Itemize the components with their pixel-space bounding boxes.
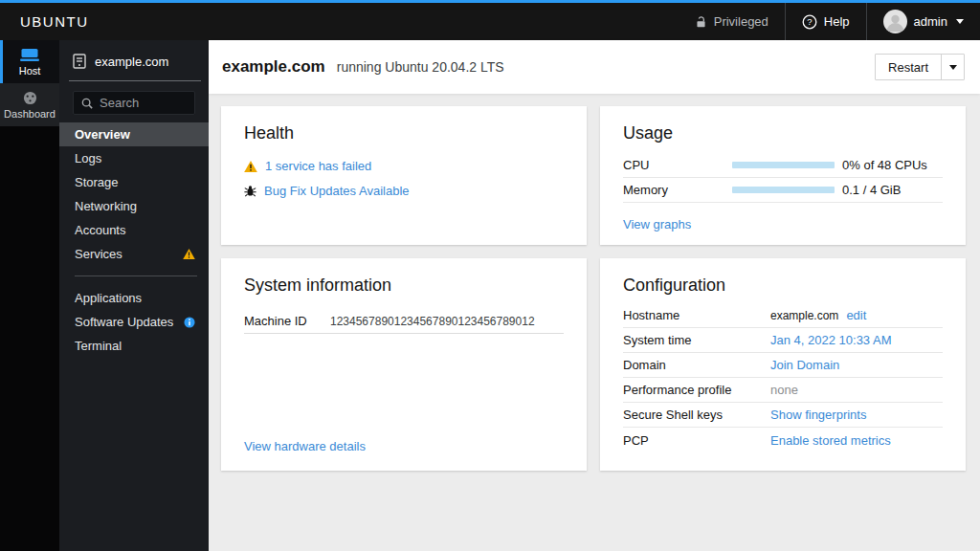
failed-service-link[interactable]: 1 service has failed [265, 159, 371, 173]
rail-item-host[interactable]: Host [0, 40, 59, 83]
usage-card: Usage CPU 0% of 48 CPUs Memory 0.1 / 4 G… [600, 106, 966, 245]
view-graphs-link[interactable]: View graphs [623, 217, 691, 231]
nav-label: Networking [75, 199, 137, 213]
hostname-value: example.com [770, 309, 838, 322]
host-switcher[interactable]: example.com [59, 40, 209, 80]
overview-content: Health 1 service has failed Bug Fix Upda… [209, 94, 980, 471]
nav-label: Software Updates [75, 315, 173, 329]
brand-logo: UBUNTU [0, 13, 89, 30]
nav-section-divider [75, 276, 197, 276]
health-list: 1 service has failed Bug Fix Updates Ava… [244, 159, 564, 198]
sidebar-item-storage[interactable]: Storage [59, 170, 209, 194]
row-label: System time [623, 333, 770, 347]
usage-value: 0% of 48 CPUs [842, 158, 927, 172]
privileged-indicator: Privileged [679, 3, 785, 40]
usage-label: CPU [623, 158, 732, 172]
sidebar-item-networking[interactable]: Networking [59, 194, 209, 218]
view-hardware-details-link[interactable]: View hardware details [244, 439, 366, 453]
row-label: Hostname [623, 308, 770, 322]
help-menu[interactable]: ? Help [785, 3, 866, 40]
chevron-down-icon [956, 19, 964, 24]
health-card: Health 1 service has failed Bug Fix Upda… [221, 106, 587, 245]
main-area: example.com running Ubuntu 20.04.2 LTS R… [209, 40, 980, 551]
usage-table: CPU 0% of 48 CPUs Memory 0.1 / 4 GiB [623, 153, 943, 203]
server-icon [20, 48, 39, 62]
configuration-table: Hostname example.com edit System time Ja… [623, 303, 943, 452]
nav-label: Services [75, 247, 122, 261]
cockpit-app: UBUNTU Privileged ? Help admin [0, 0, 980, 551]
bug-icon [244, 185, 256, 197]
sidebar-item-accounts[interactable]: Accounts [59, 218, 209, 242]
row-label: Secure Shell keys [623, 408, 770, 422]
page-header: example.com running Ubuntu 20.04.2 LTS R… [209, 40, 980, 94]
health-item-bug-fix: Bug Fix Updates Available [244, 184, 564, 198]
gauge-icon [22, 91, 38, 105]
row-label: Domain [623, 358, 770, 372]
user-menu[interactable]: admin [866, 3, 980, 40]
performance-profile-row: Performance profile none [623, 378, 943, 403]
system-time-link[interactable]: Jan 4, 2022 10:33 AM [770, 333, 891, 347]
machine-id-label: Machine ID [244, 314, 330, 328]
search-input[interactable] [100, 96, 187, 110]
restart-dropdown-toggle[interactable] [941, 55, 964, 79]
system-info-table: Machine ID 12345678901234567890123456789… [244, 309, 564, 334]
card-title: System information [244, 276, 564, 296]
sidebar-item-services[interactable]: Services [59, 242, 209, 266]
nav-label: Storage [75, 175, 119, 189]
hostname-row: Hostname example.com edit [623, 303, 943, 328]
sidebar-search [73, 91, 195, 115]
usage-label: Memory [623, 183, 732, 197]
chevron-down-icon [949, 65, 957, 70]
sidebar-item-terminal[interactable]: Terminal [59, 334, 209, 358]
warning-icon [244, 161, 257, 172]
configuration-card: Configuration Hostname example.com edit … [600, 258, 966, 471]
sidebar-item-software-updates[interactable]: Software Updates [59, 310, 209, 334]
page-title: example.com [222, 57, 325, 77]
nav-label: Terminal [75, 339, 122, 353]
health-item-failed-service: 1 service has failed [244, 159, 564, 173]
machine-id-value: 12345678901234567890123456789012 [330, 315, 535, 328]
usage-row-memory: Memory 0.1 / 4 GiB [623, 178, 943, 203]
card-title: Configuration [623, 276, 943, 296]
restart-button[interactable]: Restart [876, 55, 941, 79]
card-title: Health [244, 123, 564, 143]
show-fingerprints-link[interactable]: Show fingerprints [770, 408, 866, 422]
svg-text:?: ? [807, 16, 812, 27]
sidebar-item-logs[interactable]: Logs [59, 146, 209, 170]
masthead: UBUNTU Privileged ? Help admin [0, 0, 980, 40]
user-label: admin [914, 14, 947, 29]
nav-label: Accounts [75, 223, 125, 237]
unlock-icon [695, 15, 707, 29]
usage-row-cpu: CPU 0% of 48 CPUs [623, 153, 943, 178]
enable-stored-metrics-link[interactable]: Enable stored metrics [770, 433, 891, 448]
sidebar-item-applications[interactable]: Applications [59, 286, 209, 310]
nav-label: Applications [75, 291, 142, 305]
sidebar-nav: Overview Logs Storage Networking Account… [59, 122, 209, 358]
avatar [883, 10, 907, 33]
row-label: PCP [623, 433, 770, 448]
join-domain-link[interactable]: Join Domain [770, 358, 839, 372]
card-title: Usage [623, 123, 943, 143]
search-icon [81, 98, 93, 109]
usage-value: 0.1 / 4 GiB [842, 183, 901, 197]
system-information-card: System information Machine ID 1234567890… [221, 258, 587, 471]
help-label: Help [824, 14, 850, 29]
pcp-row: PCP Enable stored metrics [623, 428, 943, 452]
host-name: example.com [95, 55, 168, 69]
row-label: Performance profile [623, 383, 770, 397]
nav-label: Logs [75, 151, 101, 165]
warning-icon [183, 249, 195, 259]
rail-item-dashboard[interactable]: Dashboard [0, 83, 59, 126]
edit-hostname-link[interactable]: edit [846, 308, 866, 322]
usage-footer: View graphs [623, 217, 943, 231]
restart-split-button: Restart [875, 54, 965, 80]
machine-id-row: Machine ID 12345678901234567890123456789… [244, 309, 564, 334]
page-switcher-rail: Host Dashboard [0, 40, 59, 551]
memory-progress-bar [732, 187, 835, 193]
bug-fix-updates-link[interactable]: Bug Fix Updates Available [264, 184, 410, 198]
privileged-label: Privileged [714, 14, 768, 29]
sidebar-item-overview[interactable]: Overview [59, 122, 209, 146]
rail-item-label: Dashboard [4, 108, 56, 120]
page-subtitle: running Ubuntu 20.04.2 LTS [337, 59, 504, 75]
nav-label: Overview [75, 127, 130, 142]
